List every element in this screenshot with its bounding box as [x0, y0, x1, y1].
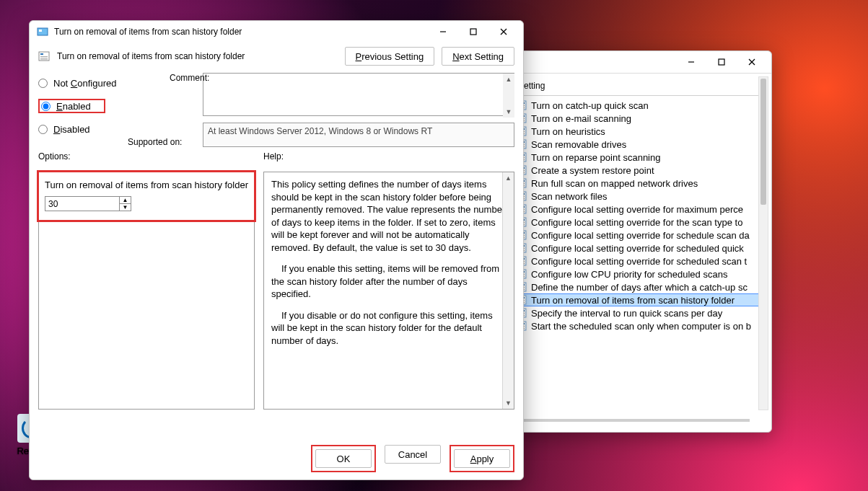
restore-button[interactable]: [458, 21, 488, 43]
settings-list-item-label: Run full scan on mapped network drives: [531, 178, 698, 189]
settings-list-item-label: Specify the interval to run quick scans …: [531, 308, 722, 319]
settings-list-item[interactable]: Turn on removal of items from scan histo…: [514, 293, 767, 306]
settings-list-item[interactable]: Configure local setting override for the…: [514, 216, 767, 229]
svg-rect-1: [719, 59, 724, 65]
settings-list-item-label: Configure local setting override for sch…: [531, 243, 744, 254]
settings-list-item-label: Configure low CPU priority for scheduled…: [531, 269, 727, 280]
options-label: Options:: [38, 151, 255, 162]
settings-list-item[interactable]: Configure local setting override for max…: [514, 203, 767, 216]
scroll-down-icon[interactable]: ▼: [503, 397, 514, 409]
settings-column-header[interactable]: Setting: [514, 79, 767, 96]
settings-list-item[interactable]: Specify the interval to run quick scans …: [514, 306, 767, 319]
group-policy-list-window: can ˄ ˅ Setting Turn on catch-up quick s…: [509, 50, 772, 433]
scroll-up-icon[interactable]: ▲: [503, 172, 514, 184]
cancel-button[interactable]: Cancel: [385, 445, 441, 464]
settings-list-item[interactable]: Create a system restore point: [514, 164, 767, 177]
help-label: Help:: [263, 151, 514, 162]
settings-list-item[interactable]: Turn on catch-up quick scan: [514, 99, 767, 112]
settings-list-item[interactable]: Start the scheduled scan only when compu…: [514, 319, 767, 332]
settings-list-pane: Setting Turn on catch-up quick scanTurn …: [509, 73, 771, 432]
policy-app-icon: [37, 26, 48, 37]
svg-rect-83: [40, 53, 43, 55]
settings-list-item[interactable]: Define the number of days after which a …: [514, 280, 767, 293]
help-paragraph: If you enable this setting, items will b…: [271, 262, 507, 301]
settings-list-item[interactable]: Configure local setting override for sch…: [514, 229, 767, 242]
settings-list-item-label: Scan removable drives: [531, 139, 626, 150]
svg-rect-85: [40, 58, 48, 60]
help-paragraph: If you disable or do not configure this …: [271, 309, 507, 348]
scroll-up-icon[interactable]: ▲: [503, 74, 514, 85]
scroll-down-icon[interactable]: ▼: [503, 106, 514, 118]
settings-list-item-label: Turn on heuristics: [531, 126, 605, 137]
highlight-ok-annotation: OK: [311, 445, 376, 472]
settings-list-item[interactable]: Scan network files: [514, 190, 767, 203]
close-button[interactable]: [737, 51, 767, 73]
settings-list-item-label: Scan network files: [531, 191, 608, 202]
radio-enabled-input[interactable]: [41, 102, 51, 111]
previous-setting-button[interactable]: Previous Setting: [345, 47, 435, 66]
settings-list-item-label: Define the number of days after which a …: [531, 282, 748, 293]
settings-list[interactable]: Turn on catch-up quick scanTurn on e-mai…: [514, 99, 767, 332]
supported-on-label: Supported on:: [38, 137, 194, 147]
spinner-down-icon[interactable]: ▼: [119, 203, 131, 211]
option-single-label: Turn on removal of items from scan histo…: [45, 180, 248, 190]
settings-list-item-label: Create a system restore point: [531, 165, 654, 176]
svg-rect-79: [470, 29, 476, 35]
settings-list-item-label: Configure local setting override for sch…: [531, 256, 747, 267]
vertical-scrollbar[interactable]: [758, 76, 768, 410]
policy-item-icon: [38, 50, 50, 62]
settings-list-item-label: Configure local setting override for sch…: [531, 230, 750, 241]
minimize-button[interactable]: [676, 51, 706, 73]
settings-list-item[interactable]: Turn on reparse point scanning: [514, 151, 767, 164]
settings-list-item[interactable]: Run full scan on mapped network drives: [514, 177, 767, 190]
help-scrollbar[interactable]: ▲▼: [502, 172, 514, 409]
settings-list-item[interactable]: Configure low CPU priority for scheduled…: [514, 267, 767, 280]
restore-button[interactable]: [706, 51, 737, 73]
settings-list-item[interactable]: Turn on heuristics: [514, 125, 767, 138]
settings-list-item-label: Configure local setting override for max…: [531, 204, 743, 215]
settings-list-item[interactable]: Configure local setting override for sch…: [514, 242, 767, 255]
settings-list-item[interactable]: Turn on e-mail scanning: [514, 112, 767, 125]
comment-textarea[interactable]: [203, 73, 514, 116]
close-button[interactable]: [488, 21, 519, 43]
comment-scrollbar[interactable]: ▲▼: [503, 74, 514, 118]
days-input[interactable]: [45, 197, 119, 211]
back-window-titlebar[interactable]: [509, 51, 771, 73]
days-spinner[interactable]: ▲ ▼: [45, 196, 131, 211]
dialog-title: Turn on removal of items from scan histo…: [54, 27, 428, 37]
horizontal-scrollbar[interactable]: [515, 419, 750, 422]
settings-list-item-label: Turn on e-mail scanning: [531, 113, 631, 124]
radio-enabled[interactable]: Enabled: [38, 99, 105, 113]
radio-disabled-input[interactable]: [38, 125, 48, 134]
dialog-subtitle: Turn on removal of items from scan histo…: [57, 51, 338, 61]
policy-dialog-window: Turn on removal of items from scan histo…: [29, 20, 524, 480]
next-setting-button[interactable]: Next Setting: [442, 47, 514, 66]
ok-button[interactable]: OK: [315, 449, 372, 468]
settings-list-item[interactable]: Configure local setting override for sch…: [514, 255, 767, 267]
comment-label: Comment:: [170, 73, 209, 83]
apply-button[interactable]: Apply: [454, 449, 510, 468]
highlight-apply-annotation: Apply: [450, 445, 514, 472]
settings-list-item-label: Turn on removal of items from scan histo…: [531, 295, 735, 306]
options-pane: Turn on removal of items from scan histo…: [38, 172, 255, 410]
settings-list-item-label: Configure local setting override for the…: [531, 217, 742, 228]
spinner-up-icon[interactable]: ▲: [119, 197, 131, 203]
supported-on-text: At least Windows Server 2012, Windows 8 …: [203, 123, 514, 147]
dialog-titlebar[interactable]: Turn on removal of items from scan histo…: [30, 21, 523, 43]
settings-list-item-label: Turn on catch-up quick scan: [531, 100, 649, 111]
svg-rect-77: [39, 30, 42, 32]
radio-disabled[interactable]: Disabled: [38, 122, 194, 136]
radio-not-configured-input[interactable]: [38, 79, 48, 88]
minimize-button[interactable]: [428, 21, 458, 43]
svg-rect-84: [40, 56, 48, 58]
help-paragraph: This policy setting defines the number o…: [271, 178, 507, 254]
state-radio-group: Not Configured Enabled Disabled: [38, 73, 194, 147]
help-pane: This policy setting defines the number o…: [263, 172, 514, 410]
settings-list-item-label: Turn on reparse point scanning: [531, 152, 660, 163]
settings-list-item-label: Start the scheduled scan only when compu…: [531, 321, 751, 332]
settings-list-item[interactable]: Scan removable drives: [514, 138, 767, 151]
